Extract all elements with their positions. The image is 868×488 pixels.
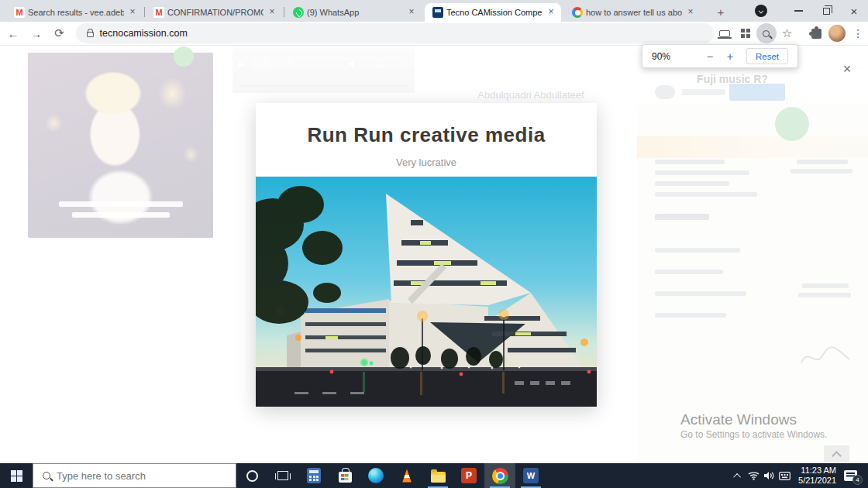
page-content: ▶ 0:00 / 0:10 ⋮ Abdulquadri Abdullateef … (0, 45, 868, 463)
clock-date: 5/21/2021 (798, 476, 836, 486)
microsoft-store-button[interactable] (329, 463, 360, 488)
task-view-button[interactable] (267, 463, 298, 488)
task-view-icon (277, 471, 288, 480)
tab-separator (144, 7, 145, 17)
chrome-update-icon[interactable] (755, 5, 767, 17)
windows-logo-icon (11, 470, 22, 482)
tab-title: how to answer tell us about y (586, 8, 682, 17)
tecno-favicon-icon (432, 7, 443, 18)
tab-close-icon[interactable]: × (406, 7, 417, 18)
profile-avatar[interactable] (827, 23, 847, 43)
close-window-button[interactable]: × (840, 0, 868, 22)
browser-menu-icon[interactable]: ⋮ (848, 23, 868, 43)
file-explorer-button[interactable] (422, 463, 453, 488)
calculator-icon (307, 468, 321, 483)
tab-title: CONFIRMATION/PROMOTIO (167, 8, 264, 17)
folder-icon (431, 472, 446, 483)
tab-gmail-search[interactable]: M Search results - vee.adebileje × (6, 3, 143, 22)
cortana-button[interactable] (236, 463, 267, 488)
gmail-icon: M (14, 7, 25, 18)
browser-toolbar: ← → ⟳ tecnocamission.com ☆ ⋮ (0, 22, 868, 45)
tray-expand-button[interactable] (730, 463, 746, 488)
restore-button[interactable] (812, 0, 840, 22)
whatsapp-icon (293, 7, 304, 18)
url-text: tecnocamission.com (100, 28, 188, 39)
cortana-icon (246, 470, 258, 482)
vlc-button[interactable] (391, 463, 422, 488)
powerpoint-icon: P (461, 468, 477, 483)
tab-close-icon[interactable]: × (127, 7, 138, 18)
tab-gmail-confirmation[interactable]: M CONFIRMATION/PROMOTIO × (146, 3, 282, 22)
tab-title: Search results - vee.adebileje (28, 8, 124, 17)
keyboard-icon (779, 472, 790, 480)
chrome-button-active[interactable] (484, 463, 515, 488)
taskbar-search-input[interactable] (57, 470, 212, 482)
window-controls: × (755, 0, 868, 22)
address-bar[interactable]: tecnocamission.com (76, 23, 714, 43)
tab-google-search[interactable]: how to answer tell us about y × (564, 3, 701, 22)
tab-tecno-camission-active[interactable]: Tecno CAMission Competiti × (425, 3, 561, 22)
activate-windows-subtext: Go to Settings to activate Windows. (680, 429, 827, 440)
minimize-button[interactable] (784, 0, 812, 22)
activate-windows-watermark: Activate Windows (680, 411, 797, 428)
building-photo (256, 177, 597, 407)
vlc-icon (400, 469, 414, 483)
bookmark-star-icon[interactable]: ☆ (777, 23, 797, 43)
tab-whatsapp[interactable]: (9) WhatsApp × (285, 3, 422, 22)
edge-icon (368, 468, 384, 483)
modal-close-icon[interactable]: × (839, 60, 856, 77)
forward-icon[interactable]: → (26, 23, 46, 43)
zoom-out-button[interactable]: − (700, 50, 720, 63)
entry-subtitle: Very lucrative (256, 156, 597, 168)
entry-modal: Run Run creative media Very lucrative (256, 103, 597, 407)
extensions-puzzle-icon[interactable] (806, 23, 826, 43)
edge-button[interactable] (360, 463, 391, 488)
notification-badge: 4 (852, 475, 863, 485)
windows-taskbar: P W (0, 463, 868, 488)
chrome-icon (492, 468, 508, 484)
search-icon (43, 472, 50, 479)
store-icon (339, 472, 352, 483)
zoom-in-button[interactable]: + (720, 50, 740, 63)
scroll-to-top-button[interactable] (824, 445, 849, 463)
gmail-icon: M (153, 7, 164, 18)
word-icon: W (523, 468, 539, 483)
powerpoint-button[interactable]: P (453, 463, 484, 488)
keyboard-button[interactable] (777, 463, 792, 488)
taskbar-search[interactable] (33, 463, 236, 488)
action-center-button[interactable]: 4 (844, 470, 857, 481)
word-button[interactable]: W (515, 463, 546, 488)
tab-strip: M Search results - vee.adebileje × M CON… (0, 0, 868, 22)
google-icon (572, 7, 583, 18)
entry-title: Run Run creative media (256, 123, 597, 147)
tab-close-icon[interactable]: × (546, 7, 556, 18)
tab-close-icon[interactable]: × (685, 7, 696, 18)
zoom-icon[interactable] (756, 23, 777, 43)
tab-title: (9) WhatsApp (307, 8, 403, 17)
volume-button[interactable] (761, 463, 777, 488)
browser-window: M Search results - vee.adebileje × M CON… (0, 0, 868, 488)
tab-title: Tecno CAMission Competiti (446, 8, 542, 17)
system-tray: 11:23 AM 5/21/2021 4 (730, 463, 868, 488)
calculator-button[interactable] (298, 463, 329, 488)
zoom-reset-button[interactable]: Reset (746, 48, 788, 64)
apps-grid-icon[interactable] (735, 23, 756, 43)
back-icon[interactable]: ← (3, 23, 23, 43)
send-to-devices-icon[interactable] (715, 23, 735, 43)
clock-time: 11:23 AM (798, 466, 836, 476)
start-button[interactable] (0, 463, 33, 488)
tab-separator (284, 7, 284, 17)
reload-icon[interactable]: ⟳ (50, 23, 70, 43)
zoom-popup: 90% − + Reset (642, 44, 798, 68)
zoom-level: 90% (652, 51, 700, 62)
taskbar-clock[interactable]: 11:23 AM 5/21/2021 (798, 466, 836, 486)
wifi-icon (748, 471, 760, 480)
speaker-icon (763, 471, 774, 480)
wifi-button[interactable] (746, 463, 761, 488)
tab-close-icon[interactable]: × (267, 7, 277, 18)
chevron-up-icon (733, 473, 741, 480)
new-tab-button[interactable]: + (711, 4, 730, 21)
lock-icon (87, 32, 94, 37)
